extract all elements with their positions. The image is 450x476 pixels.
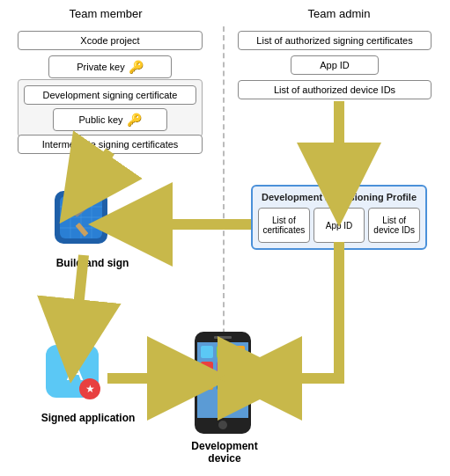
dev-signing-cert-box: Development signing certificate xyxy=(24,85,196,105)
xcode-icon xyxy=(53,189,114,251)
xcode-project-box: Xcode project xyxy=(18,31,203,50)
phone-icon xyxy=(192,330,254,436)
key-icon: 🔑 xyxy=(129,60,144,74)
team-admin-header: Team admin xyxy=(247,7,432,20)
svg-rect-21 xyxy=(232,362,245,374)
appstore-icon: A ★ xyxy=(44,343,106,405)
diagram: { "headers": { "team_member": "Team memb… xyxy=(0,0,450,476)
svg-rect-17 xyxy=(217,346,229,358)
svg-rect-26 xyxy=(214,336,232,339)
profile-list-certs: List of certificates xyxy=(258,208,310,243)
svg-text:★: ★ xyxy=(85,383,95,395)
svg-rect-23 xyxy=(217,377,229,390)
section-divider xyxy=(223,26,225,378)
svg-rect-16 xyxy=(201,346,213,358)
svg-rect-24 xyxy=(232,377,245,390)
app-id-box: App ID xyxy=(291,55,379,75)
svg-point-25 xyxy=(218,421,227,429)
signed-app-label: Signed application xyxy=(35,412,141,424)
build-sign-label: Build and sign xyxy=(48,257,136,269)
dev-device-label: Development device xyxy=(176,440,273,465)
key2-icon: 🔑 xyxy=(127,113,142,127)
provisioning-profile-box: Development Provisioning Profile List of… xyxy=(251,185,427,250)
profile-app-id: App ID xyxy=(314,208,365,243)
intermediate-certs-box: Intermediate signing certificates xyxy=(18,135,203,154)
svg-rect-22 xyxy=(201,377,213,390)
authorized-devices-box: List of authorized device IDs xyxy=(238,80,432,99)
private-key-box: Private key 🔑 xyxy=(48,55,172,78)
team-member-header: Team member xyxy=(18,7,194,20)
svg-rect-20 xyxy=(217,362,229,374)
svg-text:A: A xyxy=(67,358,84,385)
svg-line-27 xyxy=(84,151,110,189)
svg-rect-18 xyxy=(232,346,245,358)
authorized-certs-box: List of authorized signing certificates xyxy=(238,31,432,50)
profile-title: Development Provisioning Profile xyxy=(258,192,420,202)
svg-rect-19 xyxy=(201,362,213,374)
public-key-box: Public key 🔑 xyxy=(53,108,167,131)
profile-list-devices: List of device IDs xyxy=(368,208,420,243)
